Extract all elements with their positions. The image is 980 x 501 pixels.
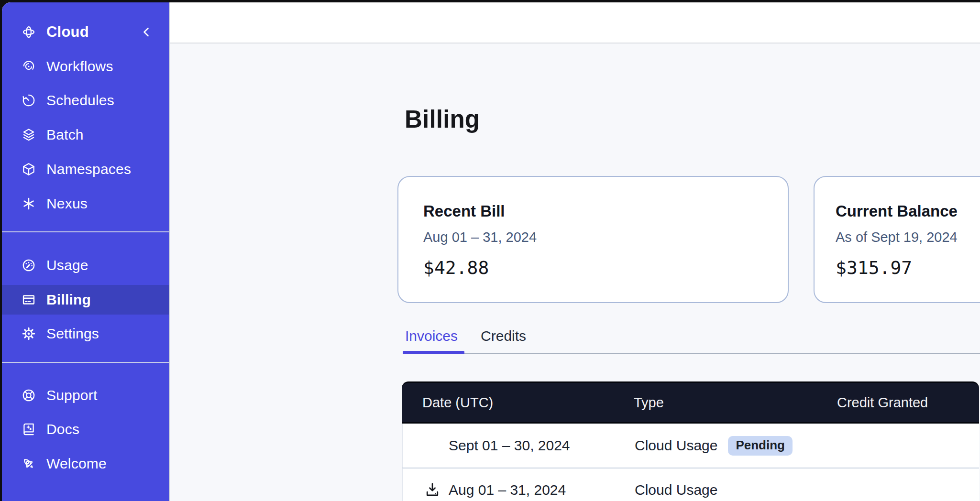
namespaces-cube-icon xyxy=(21,162,36,177)
page-title: Billing xyxy=(405,104,480,135)
sidebar-item-nexus[interactable]: Nexus xyxy=(2,189,169,218)
main-content: Billing Recent Bill Aug 01 – 31, 2024 $4… xyxy=(170,2,980,501)
nexus-asterisk-icon xyxy=(21,196,36,211)
sidebar-brand-label: Cloud xyxy=(46,23,89,41)
app-window: Cloud Workflows xyxy=(2,2,980,501)
card-period: Aug 01 – 31, 2024 xyxy=(423,229,769,246)
invoice-type: Cloud Usage xyxy=(635,482,717,498)
sidebar-item-workflows[interactable]: Workflows xyxy=(2,52,169,81)
sidebar-item-label: Settings xyxy=(46,326,99,342)
invoices-table-header: Date (UTC) Type Credit Granted xyxy=(402,381,979,424)
sidebar-item-label: Workflows xyxy=(46,58,113,75)
docs-book-icon xyxy=(21,422,36,437)
settings-gear-icon xyxy=(21,326,36,341)
billing-tabs: Invoices Credits xyxy=(405,327,526,346)
status-badge: Pending xyxy=(728,436,793,456)
card-amount: $42.88 xyxy=(423,256,769,279)
card-title: Current Balance xyxy=(836,202,980,221)
active-tab-underline xyxy=(403,351,464,354)
sidebar-item-label: Docs xyxy=(46,421,79,437)
sidebar-collapse-button[interactable] xyxy=(139,25,154,39)
column-header-type: Type xyxy=(634,395,837,411)
recent-bill-card: Recent Bill Aug 01 – 31, 2024 $42.88 xyxy=(397,176,789,303)
card-amount: $315.97 xyxy=(836,256,980,279)
sidebar-item-namespaces[interactable]: Namespaces xyxy=(2,154,169,184)
sidebar-divider xyxy=(2,231,169,232)
sidebar-brand-cloud[interactable]: Cloud xyxy=(2,17,169,47)
sidebar-item-label: Nexus xyxy=(46,196,88,212)
sidebar-item-label: Schedules xyxy=(46,92,114,109)
screen: Cloud Workflows xyxy=(0,0,980,501)
column-header-credit-granted: Credit Granted xyxy=(837,395,979,411)
sidebar-item-batch[interactable]: Batch xyxy=(2,120,169,150)
usage-gauge-icon xyxy=(21,258,36,273)
sidebar-item-support[interactable]: Support xyxy=(2,381,169,410)
table-row: Aug 01 – 31, 2024 Cloud Usage xyxy=(402,468,979,501)
invoice-type: Cloud Usage xyxy=(635,437,717,454)
sidebar-item-label: Batch xyxy=(46,127,84,143)
sidebar-item-label: Billing xyxy=(46,292,91,308)
sidebar-item-settings[interactable]: Settings xyxy=(2,319,169,349)
billing-card-icon xyxy=(21,292,36,307)
sidebar-divider xyxy=(2,362,169,363)
table-row: Sept 01 – 30, 2024 Cloud Usage Pending xyxy=(402,424,979,468)
temporal-logo-icon xyxy=(21,24,36,40)
sidebar-item-label: Usage xyxy=(46,257,88,273)
tab-invoices[interactable]: Invoices xyxy=(405,327,458,346)
sidebar: Cloud Workflows xyxy=(2,2,170,501)
column-header-date: Date (UTC) xyxy=(402,395,634,411)
sidebar-item-label: Namespaces xyxy=(46,161,131,177)
top-bar xyxy=(170,2,980,44)
batch-layers-icon xyxy=(21,127,36,142)
sidebar-item-label: Support xyxy=(46,387,97,403)
welcome-rocket-icon xyxy=(21,456,36,471)
sidebar-item-usage[interactable]: Usage xyxy=(2,250,169,280)
sidebar-item-schedules[interactable]: Schedules xyxy=(2,86,169,115)
current-balance-card: Current Balance As of Sept 19, 2024 $315… xyxy=(814,176,980,303)
sidebar-item-welcome[interactable]: Welcome xyxy=(2,449,169,479)
schedules-icon xyxy=(21,93,36,108)
sidebar-item-label: Welcome xyxy=(46,456,107,472)
workflows-icon xyxy=(21,59,36,74)
card-period: As of Sept 19, 2024 xyxy=(836,229,980,246)
support-lifebuoy-icon xyxy=(21,388,36,403)
invoice-date: Sept 01 – 30, 2024 xyxy=(403,437,635,454)
invoices-table: Date (UTC) Type Credit Granted Sept 01 –… xyxy=(402,381,979,501)
card-title: Recent Bill xyxy=(423,202,769,221)
sidebar-item-docs[interactable]: Docs xyxy=(2,414,169,444)
download-invoice-button[interactable] xyxy=(424,481,441,499)
sidebar-item-billing[interactable]: Billing xyxy=(2,285,169,315)
billing-summary-cards: Recent Bill Aug 01 – 31, 2024 $42.88 Cur… xyxy=(397,176,980,303)
tab-credits[interactable]: Credits xyxy=(481,327,526,346)
tabs-baseline-rule xyxy=(403,353,980,354)
